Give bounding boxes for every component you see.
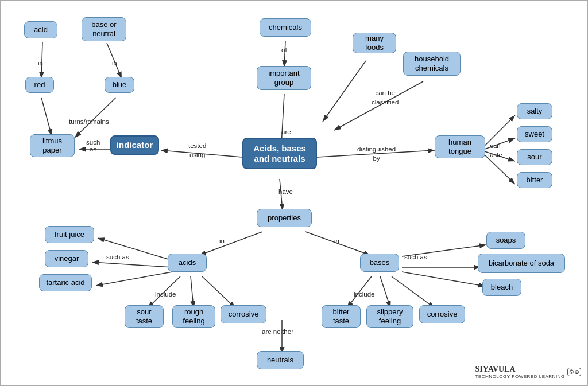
node-slippery-feeling: slipperyfeeling	[366, 305, 413, 328]
svg-line-12	[485, 115, 515, 146]
svg-line-15	[485, 155, 515, 184]
label-turns-remains: turns/remains	[69, 118, 109, 125]
node-sour: sour	[517, 149, 552, 165]
svg-line-14	[485, 151, 515, 161]
svg-line-6	[107, 43, 122, 79]
label-in-bases: in	[334, 237, 339, 244]
node-bicarbonate-of-soda: bicarbonate of soda	[478, 254, 565, 273]
node-rough-feeling: roughfeeling	[172, 305, 215, 328]
arrows-svg	[1, 1, 588, 386]
node-tartaric-acid: tartaric acid	[39, 274, 92, 291]
node-indicator: indicator	[110, 135, 159, 155]
node-neutrals: neutrals	[257, 351, 304, 369]
cc-badge: © ⊕	[567, 368, 581, 376]
brand: SIYAVULA TECHNOLOGY POWERED LEARNING © ⊕	[475, 365, 581, 379]
node-blue: blue	[105, 77, 134, 93]
svg-line-24	[202, 276, 235, 308]
label-such-as-indicator: suchas	[86, 139, 100, 153]
svg-line-30	[392, 276, 435, 308]
label-are: are	[281, 128, 291, 135]
node-main: Acids, basesand neutrals	[242, 138, 317, 169]
label-include-acids: include	[155, 291, 176, 298]
svg-line-25	[402, 245, 486, 256]
svg-line-7	[41, 98, 52, 136]
label-such-as-bases: such as	[404, 254, 427, 260]
svg-line-3	[323, 61, 366, 122]
label-can-be-classified: can beclassified	[372, 88, 399, 107]
node-properties: properties	[257, 209, 312, 227]
label-can-taste: cantaste	[488, 141, 502, 159]
node-corrosive-bases: corrosive	[419, 305, 465, 323]
brand-name: SIYAVULA	[475, 365, 516, 373]
concept-map: Acids, basesand neutrals chemicals impor…	[0, 0, 588, 386]
node-bitter-taste: bittertaste	[322, 305, 361, 328]
node-bitter: bitter	[517, 172, 552, 188]
svg-line-20	[92, 262, 172, 267]
node-sour-taste: sourtaste	[125, 305, 164, 328]
label-distinguished-by: distinguishedby	[357, 145, 396, 163]
label-of: of	[281, 46, 287, 53]
svg-line-21	[96, 272, 172, 286]
label-such-as-acids: such as	[106, 254, 129, 260]
node-bases: bases	[360, 254, 399, 272]
brand-sub: TECHNOLOGY POWERED LEARNING	[475, 374, 565, 379]
svg-line-13	[485, 138, 515, 149]
svg-line-8	[75, 98, 116, 138]
node-sweet: sweet	[517, 126, 552, 142]
node-many-foods: manyfoods	[353, 33, 396, 53]
label-are-neither: are neither	[262, 328, 293, 335]
svg-line-10	[161, 150, 242, 157]
label-in-acids: in	[219, 237, 225, 244]
svg-line-22	[148, 276, 180, 308]
label-in-red: in	[38, 60, 43, 67]
svg-line-19	[98, 238, 172, 260]
label-tested-using: testedusing	[188, 141, 206, 159]
node-acids: acids	[168, 254, 207, 272]
svg-line-2	[281, 94, 284, 145]
label-in-blue: in	[112, 60, 117, 67]
svg-line-5	[41, 42, 42, 79]
svg-line-23	[191, 276, 194, 308]
node-bleach: bleach	[482, 279, 521, 296]
node-acid: acid	[24, 21, 57, 38]
node-household-chemicals: householdchemicals	[403, 52, 461, 76]
node-important-group: importantgroup	[257, 66, 311, 90]
svg-line-11	[317, 150, 435, 157]
node-litmus-paper: litmuspaper	[30, 134, 75, 157]
svg-line-27	[402, 272, 485, 286]
node-corrosive-acids: corrosive	[220, 305, 266, 323]
svg-line-16	[280, 179, 283, 210]
label-have: have	[278, 188, 293, 195]
node-fruit-juice: fruit juice	[45, 226, 94, 243]
node-vinegar: vinegar	[45, 250, 88, 267]
svg-line-28	[347, 276, 372, 308]
node-soaps: soaps	[486, 232, 525, 249]
node-red: red	[25, 77, 54, 93]
svg-line-1	[284, 41, 285, 67]
node-base-neutral: base orneutral	[82, 17, 126, 41]
node-salty: salty	[517, 103, 552, 119]
svg-line-18	[305, 232, 370, 255]
node-human-tongue: humantongue	[435, 135, 485, 158]
svg-line-17	[199, 232, 262, 255]
svg-line-29	[380, 276, 390, 308]
label-include-bases: include	[354, 291, 374, 298]
svg-line-4	[334, 81, 423, 130]
node-chemicals: chemicals	[260, 18, 311, 37]
